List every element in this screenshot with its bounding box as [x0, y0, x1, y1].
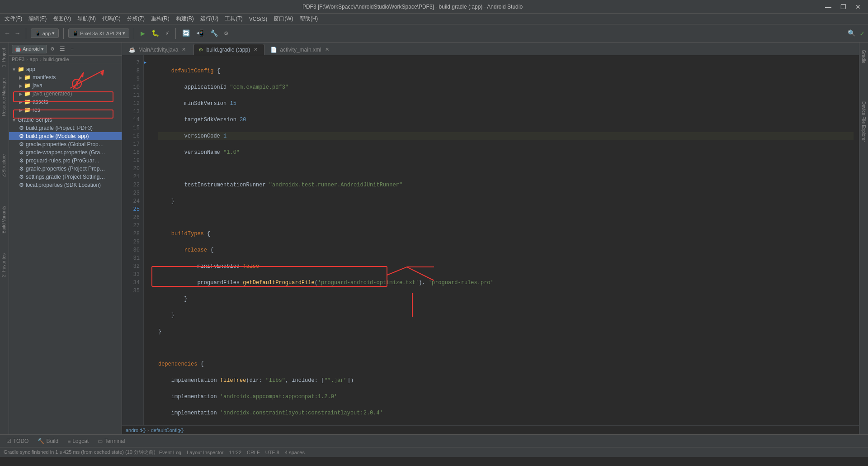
tree-item-assets[interactable]: ▶ 📁 assets	[9, 98, 122, 106]
tree-item-gradle-wrapper[interactable]: ⚙ gradle-wrapper.properties (Gra…	[9, 148, 122, 157]
menu-run[interactable]: 运行(U)	[198, 14, 222, 24]
device-file-explorer-button[interactable]: Device File Explorer	[860, 96, 868, 147]
tab-todo-label: TODO	[13, 438, 28, 444]
maximize-button[interactable]: ❐	[837, 2, 850, 11]
tab-logcat[interactable]: ≡ Logcat	[64, 437, 92, 445]
menu-window[interactable]: 窗口(W)	[271, 14, 296, 24]
tree-item-app[interactable]: ▼ 📁 app	[9, 65, 122, 73]
status-right: Event Log Layout Inspector 11:22 CRLF UT…	[159, 450, 305, 455]
android-view-dropdown[interactable]: 🤖 Android ▾	[12, 45, 47, 53]
back-button[interactable]: ←	[4, 28, 11, 39]
tree-label: gradle.properties (Project Prop…	[26, 166, 105, 172]
menu-tools[interactable]: 工具(T)	[222, 14, 245, 24]
toolbar: ← → 📱 app ▾ 📱 Pixel 3a XL API 29 ▾ ▶ 🐛 ⚡…	[0, 24, 868, 43]
tab-close-button[interactable]: ✕	[253, 46, 259, 53]
code-line-28: implementation 'androidx.constraintlayou…	[158, 409, 854, 417]
tab-build[interactable]: 🔨 Build	[34, 437, 62, 445]
expand-arrow-icon: ▼	[12, 67, 16, 72]
build-icon: 🔨	[38, 438, 44, 444]
sidebar-item-build-variants[interactable]: Build Variants	[0, 200, 8, 239]
sidebar-item-structure[interactable]: Z-Structure	[0, 149, 8, 182]
debug-button[interactable]: 🐛	[150, 28, 161, 39]
status-indent[interactable]: 4 spaces	[285, 450, 305, 455]
folder-icon: 📁	[24, 99, 31, 105]
tab-todo[interactable]: ☑ TODO	[3, 437, 32, 445]
tree-item-manifests[interactable]: ▶ 📁 manifests	[9, 73, 122, 81]
close-button[interactable]: ✕	[852, 2, 864, 11]
search-everywhere-icon[interactable]: 🔍	[846, 28, 857, 39]
tree-item-gradle-properties-project[interactable]: ⚙ gradle.properties (Project Prop…	[9, 165, 122, 173]
breadcrumb-separator: ›	[147, 428, 149, 433]
sidebar-item-resource-manager[interactable]: Resource Manager	[0, 72, 8, 122]
breadcrumb-file: build.gradle	[43, 57, 69, 62]
menu-build[interactable]: 构建(B)	[173, 14, 197, 24]
status-encoding[interactable]: UTF-8	[265, 450, 279, 455]
menu-file[interactable]: 文件(F)	[2, 14, 25, 24]
breadcrumb-android: android{}	[126, 428, 146, 433]
code-line-7: defaultConfig {	[158, 67, 854, 75]
tree-item-res[interactable]: ▶ 📁 res	[9, 106, 122, 114]
dropdown-chevron-icon: ▾	[41, 46, 44, 52]
tree-item-java-generated[interactable]: ▶ 📁 java (generated)	[9, 90, 122, 98]
menu-vcs[interactable]: VCS(S)	[246, 15, 270, 23]
tree-item-local-properties[interactable]: ⚙ local.properties (SDK Location)	[9, 181, 122, 189]
profile-button[interactable]: ⚡	[164, 28, 171, 39]
tree-item-build-gradle-project[interactable]: ⚙ build.gradle (Project: PDF3)	[9, 124, 122, 132]
tab-activity-xml[interactable]: 📄 activity_main.xml ✕	[265, 44, 335, 55]
code-line-8: applicationId "com.example.pdf3"	[158, 83, 854, 91]
status-crlf[interactable]: CRLF	[247, 450, 260, 455]
properties-icon: ⚙	[19, 149, 24, 156]
forward-button[interactable]: →	[14, 28, 21, 39]
todo-icon: ☑	[6, 438, 11, 444]
tree-label: res	[33, 107, 40, 113]
folder-icon: 📁	[24, 90, 31, 97]
device-label: Pixel 3a XL API 29	[80, 31, 121, 36]
menu-code[interactable]: 代码(C)	[99, 14, 123, 24]
tree-item-build-gradle-app[interactable]: ⚙ build.gradle (Module: app)	[9, 132, 122, 140]
sidebar-item-project[interactable]: 1: Project	[0, 43, 8, 72]
android-label: Android	[23, 46, 40, 52]
sdk-button[interactable]: 🔧	[208, 28, 220, 39]
app-dropdown[interactable]: 📱 app ▾	[31, 29, 59, 38]
breadcrumb: android{} › defaultConfig{}	[122, 425, 859, 434]
device-dropdown[interactable]: 📱 Pixel 3a XL API 29 ▾	[68, 29, 129, 38]
tab-close-button[interactable]: ✕	[324, 46, 330, 53]
tree-item-proguard[interactable]: ⚙ proguard-rules.pro (ProGuar…	[9, 157, 122, 165]
sync-button[interactable]: 🔄	[180, 28, 192, 39]
menu-view[interactable]: 视图(V)	[50, 14, 74, 24]
layout-inspector-button[interactable]: Layout Inspector	[187, 450, 223, 455]
panel-filter-icon[interactable]: ☰	[58, 44, 67, 53]
tree-item-java[interactable]: ▶ 📁 java	[9, 81, 122, 90]
expand-arrow-icon: ▶	[19, 83, 23, 88]
tree-item-settings-gradle[interactable]: ⚙ settings.gradle (Project Setting…	[9, 173, 122, 181]
code-content[interactable]: defaultConfig { applicationId "com.examp…	[153, 55, 859, 425]
menu-help[interactable]: 帮助(H)	[297, 14, 321, 24]
event-log-button[interactable]: Event Log	[159, 450, 182, 455]
panel-settings-icon[interactable]: ⚙	[49, 44, 56, 53]
panel-collapse-icon[interactable]: –	[69, 45, 76, 53]
menu-analyze[interactable]: 分析(Z)	[124, 14, 147, 24]
code-line-18: release {	[158, 246, 854, 254]
android-icon: 🤖	[15, 46, 21, 52]
toolbar-separator-4	[175, 28, 176, 39]
settings-icon[interactable]: ⚙	[222, 28, 230, 39]
menu-refactor[interactable]: 重构(R)	[148, 14, 172, 24]
menu-edit[interactable]: 编辑(E)	[26, 14, 49, 24]
code-line-16	[158, 214, 854, 222]
menu-nav[interactable]: 导航(N)	[75, 14, 99, 24]
tab-main-activity[interactable]: ☕ MainActivity.java ✕	[124, 44, 193, 55]
minimize-button[interactable]: —	[821, 2, 835, 11]
tab-terminal[interactable]: ▭ Terminal	[94, 437, 128, 445]
xml-file-icon: 📄	[270, 47, 277, 53]
tree-label: java (generated)	[33, 90, 72, 97]
gradle-panel-button[interactable]: Gradle	[860, 44, 868, 69]
run-button[interactable]: ▶	[139, 27, 147, 40]
tree-item-gradle-scripts[interactable]: ▼ Gradle Scripts	[9, 116, 122, 124]
tab-build-gradle[interactable]: ⚙ build.gradle (:app) ✕	[193, 44, 264, 55]
device-chevron-icon: ▾	[123, 30, 125, 36]
tree-item-gradle-properties-global[interactable]: ⚙ gradle.properties (Global Prop…	[9, 140, 122, 148]
sidebar-item-favorites[interactable]: 2: Favorites	[0, 248, 8, 282]
avd-button[interactable]: 📲	[194, 28, 206, 39]
toolbar-separator-3	[134, 28, 134, 39]
tab-close-button[interactable]: ✕	[181, 46, 187, 53]
